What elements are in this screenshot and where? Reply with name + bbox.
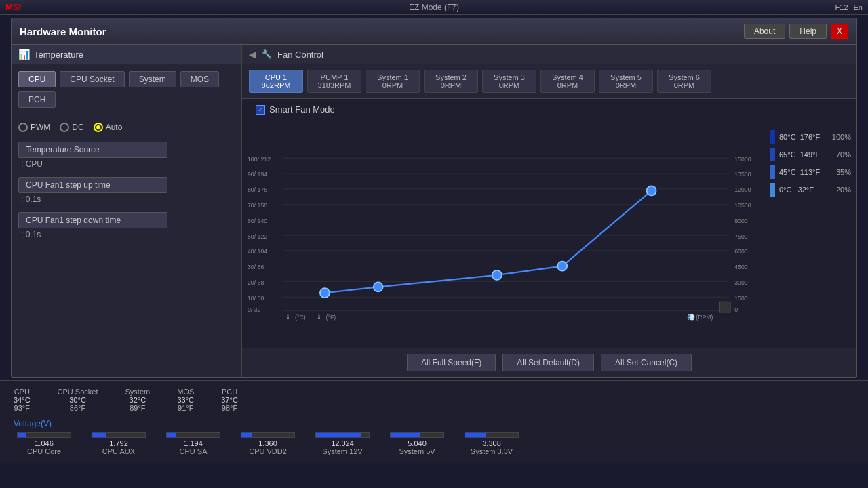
f12-label[interactable]: F12 [835,3,848,12]
step-up-button[interactable]: CPU Fan1 step up time [18,177,167,193]
fan-tab-system5[interactable]: System 5 0RPM [599,70,653,93]
curve-point-1[interactable] [320,288,330,298]
fan-tab-system2[interactable]: System 2 0RPM [424,70,478,93]
fan-tab-pump1[interactable]: PUMP 1 3183RPM [307,70,361,93]
curve-point-3[interactable] [492,270,502,280]
curve-point-2[interactable] [374,282,383,291]
svg-text:9000: 9000 [734,218,748,224]
tab-system[interactable]: System [129,71,176,87]
legend-pct-4: 20% [836,186,851,194]
auto-radio[interactable]: Auto [94,123,123,132]
voltage-cpu-aux: 1.792 CPU AUX [88,432,149,455]
temp-source-value: : CPU [18,159,235,169]
tab-cpu-socket[interactable]: CPU Socket [60,71,124,87]
fan-tab-system3[interactable]: System 3 0RPM [482,70,536,93]
fan-tab-cpu1-label: CPU 1 [256,73,296,81]
voltage-cpu-core: 1.046 CPU Core [14,432,75,455]
temp-celsius-cpu-socket: 30°C [69,396,86,404]
chart-scrollbar[interactable] [719,302,730,312]
voltage-bar-container-system-33v [465,432,519,438]
temp-fahrenheit-system: 89°F [130,404,145,412]
fan-tab-system5-rpm: 0RPM [606,81,646,89]
legend-item-1: 80°C 176°F 100% [770,130,851,144]
fan-tab-system5-label: System 5 [606,73,646,81]
voltage-value-system-5v: 5.040 [408,439,427,447]
step-down-button[interactable]: CPU Fan1 step down time [18,212,167,228]
all-set-cancel-button[interactable]: All Set Cancel(C) [601,354,692,371]
temp-celsius-mos: 33°C [177,396,194,404]
thermometer-icon: 📊 [18,49,30,60]
fan-chart[interactable]: 100/ 212 90/ 194 80/ 176 70/ 158 60/ 140… [248,125,764,342]
fan-tab-system4-label: System 4 [548,73,587,81]
svg-text:70/ 158: 70/ 158 [248,202,267,209]
about-button[interactable]: About [744,24,785,39]
voltage-readings: 1.046 CPU Core 1.792 CPU AUX 1.194 CPU S… [0,430,868,458]
help-button[interactable]: Help [789,24,827,39]
temp-reading-mos: MOS 33°C 91°F [177,388,194,412]
voltage-system-12v: 12.024 System 12V [312,432,373,455]
ez-mode-label[interactable]: EZ Mode (F7) [409,3,459,12]
temp-source-button[interactable]: Temperature Source [18,142,167,158]
legend-item-4: 0°C 32°F 20% [770,183,851,197]
close-button[interactable]: X [831,24,848,39]
smart-fan-label: Smart Fan Mode [269,104,335,115]
voltage-bar-container-cpu-sa [166,432,220,438]
svg-text:7500: 7500 [734,233,748,240]
tab-cpu[interactable]: CPU [18,71,56,87]
svg-text:(°F): (°F) [326,314,336,321]
dc-radio-circle [60,123,69,132]
legend-temp-3: 45°C 113°F [779,168,832,176]
legend-bar-3 [770,165,775,179]
temp-fahrenheit-mos: 91°F [178,404,193,412]
voltage-name-system-12v: System 12V [322,447,362,455]
msi-logo: MSI [5,2,21,12]
top-bar: MSI EZ Mode (F7) F12 En [0,0,868,15]
voltage-value-system-12v: 12.024 [331,439,354,447]
right-panel: ◀ 🔧 Fan Control CPU 1 862RPM PUMP 1 3183… [242,45,856,377]
fan-tab-cpu1[interactable]: CPU 1 862RPM [249,70,303,93]
tab-pch[interactable]: PCH [18,92,56,108]
temp-fahrenheit-pch: 98°F [222,404,237,412]
window-title: Hardware Monitor [20,26,106,37]
svg-text:100/ 212: 100/ 212 [248,156,271,163]
voltage-name-cpu-aux: CPU AUX [102,447,135,455]
legend-bar-2 [770,148,775,161]
fan-control-header: ◀ 🔧 Fan Control [242,45,856,64]
svg-text:0: 0 [734,306,738,313]
voltage-system-33v: 3.308 System 3.3V [461,432,522,455]
fan-tab-system6[interactable]: System 6 0RPM [657,70,711,93]
fan-tab-system1-label: System 1 [373,73,412,81]
voltage-value-cpu-core: 1.046 [35,439,54,447]
chart-wrapper[interactable]: 100/ 212 90/ 194 80/ 176 70/ 158 60/ 140… [248,125,764,342]
all-full-speed-button[interactable]: All Full Speed(F) [407,354,496,371]
step-down-value: : 0.1s [18,230,235,239]
svg-text:13500: 13500 [734,171,751,178]
auto-label: Auto [106,123,123,132]
voltage-value-cpu-vdd2: 1.360 [258,439,277,447]
smart-fan-checkbox[interactable]: ✓ [256,105,265,115]
all-set-default-button[interactable]: All Set Default(D) [502,354,594,371]
tab-mos[interactable]: MOS [180,71,219,87]
svg-text:1500: 1500 [734,295,748,302]
fan-tab-system3-label: System 3 [490,73,529,81]
lang-label[interactable]: En [854,3,863,12]
pwm-radio[interactable]: PWM [18,123,50,132]
fan-tab-system4[interactable]: System 4 0RPM [540,70,595,93]
svg-text:10500: 10500 [734,202,751,209]
fan-tab-system1[interactable]: System 1 0RPM [366,70,420,93]
fan-nav-left[interactable]: ◀ [249,49,256,60]
dc-radio[interactable]: DC [60,123,83,132]
hw-content: 📊 Temperature CPU CPU Socket System MOS … [12,45,856,377]
svg-text:40/ 104: 40/ 104 [248,248,267,255]
curve-point-5[interactable] [647,186,656,195]
svg-text:3000: 3000 [734,279,748,286]
svg-text:🌡: 🌡 [316,314,323,321]
temperature-section-header: 📊 Temperature [12,45,241,64]
svg-text:90/ 194: 90/ 194 [248,171,267,178]
svg-text:15000: 15000 [734,156,751,163]
voltage-value-cpu-sa: 1.194 [184,439,203,447]
curve-point-4[interactable] [557,262,567,271]
temp-readings: CPU 34°C 93°F CPU Socket 30°C 86°F Syste… [0,385,868,415]
settings-area: PWM DC Auto Temperature Source : CPU CPU… [12,115,241,256]
voltage-bar-container-system-5v [390,432,444,438]
